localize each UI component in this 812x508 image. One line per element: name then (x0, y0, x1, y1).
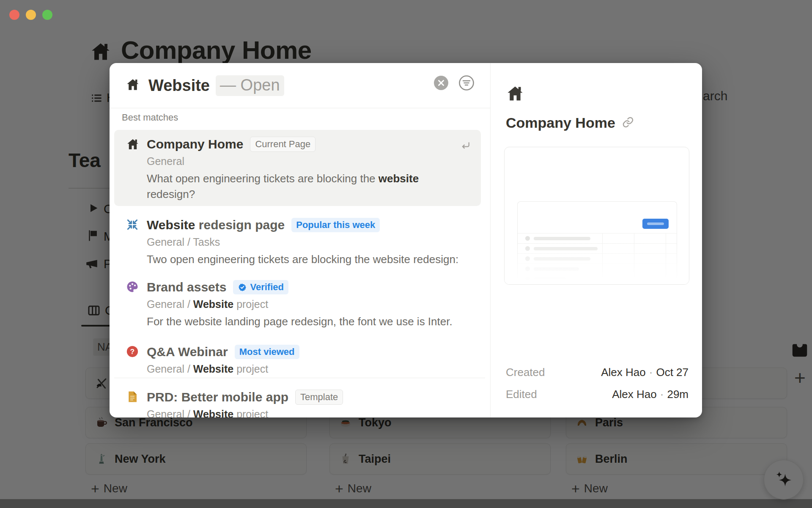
search-result-prd-mobile-app[interactable]: PRD: Better mobile app Template General … (114, 383, 481, 417)
filter-icon[interactable] (458, 74, 475, 93)
search-input[interactable]: Website (148, 77, 210, 95)
search-bar[interactable]: Website — Open (110, 63, 490, 108)
search-result-website-redesign[interactable]: Website redesign page Popular this week … (114, 211, 481, 272)
search-autocomplete-suggestion[interactable]: — Open (216, 75, 284, 96)
results-section-label: Best matches (122, 112, 178, 123)
results-divider (114, 378, 485, 378)
home-icon (506, 84, 524, 104)
edited-meta-row: Edited Alex Hao·29m (506, 388, 689, 401)
created-meta-row: Created Alex Hao·Oct 27 (506, 366, 689, 379)
current-page-badge: Current Page (250, 137, 315, 152)
search-result-company-home[interactable]: Company Home Current Page General What o… (114, 130, 481, 206)
question-icon: ? (126, 345, 140, 359)
preview-page-title: Company Home (506, 115, 615, 131)
home-icon (126, 77, 140, 93)
thumbnail-blue-button (642, 219, 669, 229)
close-window-button[interactable] (9, 10, 19, 20)
document-icon (126, 390, 140, 404)
verified-badge: Verified (233, 280, 288, 294)
template-badge: Template (295, 390, 343, 405)
home-icon (126, 137, 140, 151)
svg-text:?: ? (130, 348, 134, 356)
search-modal: Website — Open Best matches Company Home… (110, 63, 702, 417)
link-icon[interactable] (622, 116, 634, 130)
return-key-icon (459, 139, 472, 154)
clear-search-button[interactable] (433, 75, 449, 92)
thumbnail-fade (505, 242, 689, 284)
verified-seal-icon (238, 283, 247, 292)
edited-value: Alex Hao·29m (612, 388, 689, 401)
search-result-brand-assets[interactable]: Brand assets Verified General / Website … (114, 273, 481, 335)
collapse-arrows-icon (126, 218, 140, 232)
page-thumbnail[interactable] (504, 147, 689, 285)
minimize-window-button[interactable] (26, 10, 36, 20)
search-results-pane: Website — Open Best matches Company Home… (110, 63, 491, 417)
palette-icon (126, 280, 140, 294)
search-result-qa-webinar[interactable]: ? Q&A Webinar Most viewed General / Webs… (114, 338, 481, 376)
page-preview-pane: Company Home Created Alex Hao·Oct 27 (491, 63, 702, 417)
zoom-window-button[interactable] (42, 10, 52, 20)
most-viewed-badge: Most viewed (235, 345, 299, 359)
popular-badge: Popular this week (291, 218, 380, 232)
created-value: Alex Hao·Oct 27 (601, 366, 689, 379)
